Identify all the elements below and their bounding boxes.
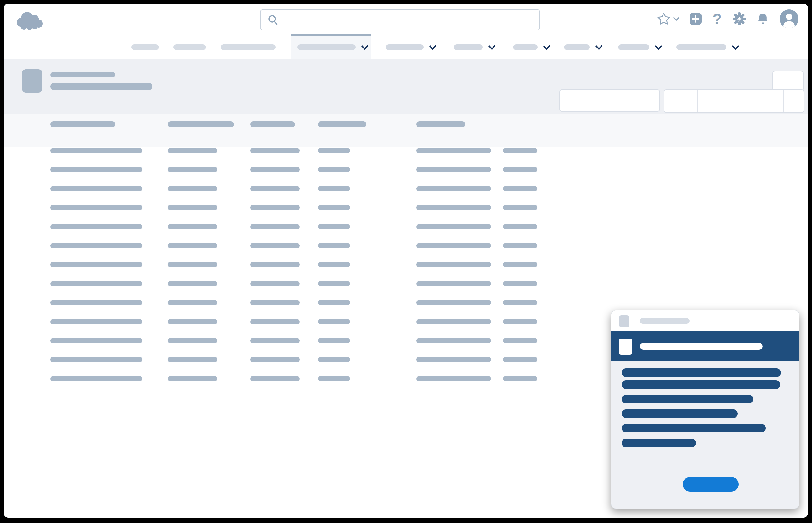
page-subtitle-skeleton-bar (50, 83, 152, 90)
table-row (4, 205, 808, 210)
popup-title-icon (619, 315, 629, 327)
popup-text-skeleton-bar (621, 409, 738, 418)
screen: ? (0, 0, 812, 523)
header-actions: ? (656, 4, 798, 34)
cell-skeleton-bar (503, 281, 537, 286)
table-row (4, 281, 808, 286)
table-row (4, 167, 808, 172)
cell-skeleton-bar (318, 205, 350, 210)
cell-skeleton-bar (318, 186, 350, 191)
cell-skeleton-bar (168, 300, 217, 305)
cell-skeleton-bar (50, 167, 142, 172)
add-plus-square-icon[interactable] (689, 13, 702, 25)
group-button-segment[interactable] (664, 90, 698, 112)
cell-skeleton-bar (318, 148, 350, 153)
cell-skeleton-bar (416, 281, 491, 286)
help-icon[interactable]: ? (712, 11, 722, 26)
cell-skeleton-bar (416, 376, 491, 381)
skeleton-tab-label-bar (618, 44, 649, 50)
cell-skeleton-bar (503, 319, 537, 324)
cell-skeleton-bar (416, 357, 491, 362)
popup-banner-icon (619, 339, 632, 355)
app-window: ? (4, 4, 808, 518)
popup-text-skeleton-bar (621, 380, 780, 389)
cell-skeleton-bar (168, 205, 217, 210)
nav-tab-placeholder[interactable] (131, 44, 159, 50)
help-glyph: ? (712, 11, 722, 26)
cell-skeleton-bar (168, 224, 217, 229)
nav-tab-with-menu[interactable] (513, 44, 551, 50)
cell-skeleton-bar (318, 319, 350, 324)
cloud-icon (15, 11, 45, 31)
nav-tab-placeholder[interactable] (221, 44, 276, 50)
cell-skeleton-bar (250, 338, 300, 343)
popup-text-skeleton-bar (621, 424, 766, 432)
nav-tab-with-menu[interactable] (618, 44, 663, 50)
cell-skeleton-bar (250, 205, 300, 210)
group-button-segment[interactable] (784, 90, 802, 112)
cell-skeleton-bar (318, 357, 350, 362)
cell-skeleton-bar (503, 224, 537, 229)
table-row (4, 224, 808, 229)
nav-tab-placeholder[interactable] (174, 44, 206, 50)
header-button-group (664, 89, 804, 113)
cell-skeleton-bar (250, 376, 300, 381)
cell-skeleton-bar (50, 357, 142, 362)
cell-skeleton-bar (503, 376, 537, 381)
cell-skeleton-bar (250, 148, 300, 153)
cell-skeleton-bar (168, 376, 217, 381)
global-header: ? (4, 4, 808, 34)
popup-action-button[interactable] (683, 477, 739, 491)
popup-text-skeleton-bar (621, 439, 696, 447)
cell-skeleton-bar (168, 148, 217, 153)
nav-tab-with-menu[interactable] (676, 44, 740, 50)
cell-skeleton-bar (416, 319, 491, 324)
cell-skeleton-bar (416, 148, 491, 153)
cell-skeleton-bar (168, 281, 217, 286)
table-row (4, 148, 808, 153)
nav-tab-active[interactable] (291, 34, 371, 58)
cell-skeleton-bar (416, 243, 491, 248)
cell-skeleton-bar (250, 262, 300, 267)
search-input[interactable] (285, 15, 535, 25)
cell-skeleton-bar (50, 281, 142, 286)
nav-tab-with-menu[interactable] (454, 44, 496, 50)
skeleton-tab-label-bar (676, 44, 726, 50)
cell-skeleton-bar (503, 205, 537, 210)
cell-skeleton-bar (250, 300, 300, 305)
chevron-down-icon (654, 45, 663, 50)
header-wide-button[interactable] (559, 89, 660, 112)
page-header-icon-placeholder (22, 69, 42, 92)
favorites-star-icon[interactable] (656, 12, 671, 26)
salesforce-cloud-logo[interactable] (15, 11, 45, 31)
favorites-chevron-down-icon[interactable] (673, 17, 680, 21)
user-avatar-icon[interactable] (780, 10, 798, 28)
cell-skeleton-bar (168, 243, 217, 248)
nav-tab-with-menu[interactable] (386, 44, 437, 50)
header-small-button[interactable] (772, 71, 804, 91)
cell-skeleton-bar (168, 167, 217, 172)
skeleton-tab-label-bar (297, 44, 356, 50)
cell-skeleton-bar (318, 224, 350, 229)
table-row (4, 243, 808, 248)
cell-skeleton-bar (250, 357, 300, 362)
cell-skeleton-bar (416, 300, 491, 305)
group-button-segment[interactable] (698, 90, 742, 112)
skeleton-tab-label-bar (564, 44, 590, 50)
cell-skeleton-bar (503, 300, 537, 305)
chevron-down-icon (732, 45, 740, 50)
nav-tab-with-menu[interactable] (564, 44, 603, 50)
cell-skeleton-bar (416, 262, 491, 267)
active-tab-content (297, 44, 369, 50)
cell-skeleton-bar (250, 319, 300, 324)
popup-title-strip (611, 310, 799, 331)
cell-skeleton-bar (50, 262, 142, 267)
cell-skeleton-bar (250, 224, 300, 229)
table-header-row (4, 114, 808, 147)
cell-skeleton-bar (50, 186, 142, 191)
cell-skeleton-bar (503, 167, 537, 172)
notifications-bell-icon[interactable] (756, 12, 770, 26)
cell-skeleton-bar (50, 224, 142, 229)
group-button-segment[interactable] (742, 90, 784, 112)
setup-gear-icon[interactable] (733, 12, 746, 26)
